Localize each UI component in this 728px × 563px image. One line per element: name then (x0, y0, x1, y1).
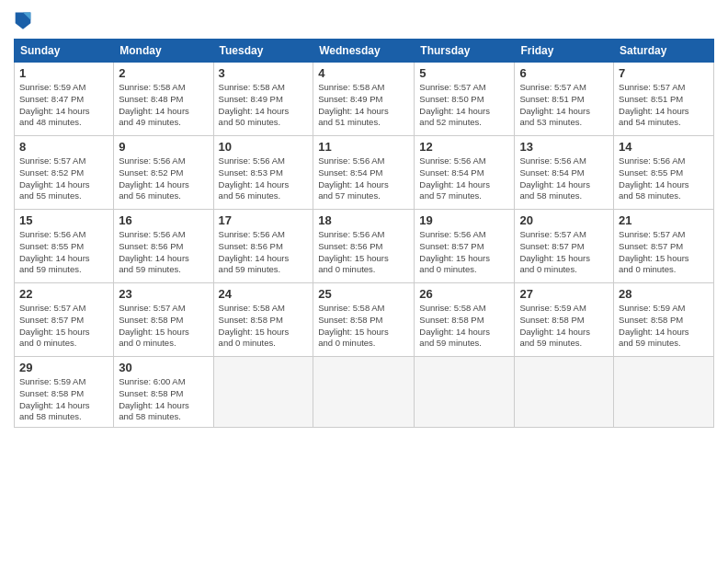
day-number: 8 (19, 140, 108, 154)
day-number: 9 (119, 140, 208, 154)
week-row-2: 8Sunrise: 5:57 AM Sunset: 8:52 PM Daylig… (15, 136, 714, 210)
logo-icon (14, 9, 32, 29)
calendar-cell: 14Sunrise: 5:56 AM Sunset: 8:55 PM Dayli… (614, 136, 714, 210)
day-info: Sunrise: 5:57 AM Sunset: 8:58 PM Dayligh… (119, 303, 208, 350)
weekday-header-row: SundayMondayTuesdayWednesdayThursdayFrid… (15, 40, 714, 63)
calendar-cell: 16Sunrise: 5:56 AM Sunset: 8:56 PM Dayli… (114, 210, 213, 283)
day-info: Sunrise: 5:56 AM Sunset: 8:56 PM Dayligh… (318, 229, 409, 276)
page: SundayMondayTuesdayWednesdayThursdayFrid… (0, 0, 728, 563)
day-number: 23 (119, 287, 208, 301)
day-number: 28 (619, 287, 709, 301)
day-info: Sunrise: 5:57 AM Sunset: 8:50 PM Dayligh… (419, 82, 509, 129)
calendar-cell (415, 357, 515, 428)
day-info: Sunrise: 5:59 AM Sunset: 8:47 PM Dayligh… (19, 82, 108, 129)
day-number: 3 (219, 66, 309, 80)
calendar-cell: 10Sunrise: 5:56 AM Sunset: 8:53 PM Dayli… (213, 136, 313, 210)
day-info: Sunrise: 5:57 AM Sunset: 8:57 PM Dayligh… (19, 303, 108, 350)
week-row-5: 29Sunrise: 5:59 AM Sunset: 8:58 PM Dayli… (15, 357, 714, 428)
calendar-cell: 6Sunrise: 5:57 AM Sunset: 8:51 PM Daylig… (515, 63, 614, 136)
day-info: Sunrise: 5:57 AM Sunset: 8:52 PM Dayligh… (19, 155, 108, 202)
day-number: 25 (318, 287, 409, 301)
day-info: Sunrise: 5:56 AM Sunset: 8:52 PM Dayligh… (119, 155, 208, 202)
calendar-cell: 1Sunrise: 5:59 AM Sunset: 8:47 PM Daylig… (15, 63, 114, 136)
day-info: Sunrise: 5:58 AM Sunset: 8:58 PM Dayligh… (318, 303, 409, 350)
calendar-cell: 17Sunrise: 5:56 AM Sunset: 8:56 PM Dayli… (213, 210, 313, 283)
day-info: Sunrise: 5:56 AM Sunset: 8:55 PM Dayligh… (19, 229, 108, 276)
day-number: 5 (419, 66, 509, 80)
weekday-saturday: Saturday (614, 40, 714, 63)
day-info: Sunrise: 5:57 AM Sunset: 8:57 PM Dayligh… (619, 229, 709, 276)
calendar-cell (213, 357, 313, 428)
day-number: 26 (419, 287, 509, 301)
day-info: Sunrise: 5:58 AM Sunset: 8:49 PM Dayligh… (219, 82, 309, 129)
day-info: Sunrise: 5:59 AM Sunset: 8:58 PM Dayligh… (19, 376, 108, 423)
day-info: Sunrise: 5:57 AM Sunset: 8:57 PM Dayligh… (519, 229, 609, 276)
calendar: SundayMondayTuesdayWednesdayThursdayFrid… (14, 39, 714, 428)
day-info: Sunrise: 5:58 AM Sunset: 8:48 PM Dayligh… (119, 82, 208, 129)
calendar-cell: 28Sunrise: 5:59 AM Sunset: 8:58 PM Dayli… (614, 283, 714, 357)
day-info: Sunrise: 5:56 AM Sunset: 8:53 PM Dayligh… (219, 155, 309, 202)
calendar-cell: 13Sunrise: 5:56 AM Sunset: 8:54 PM Dayli… (515, 136, 614, 210)
calendar-cell: 22Sunrise: 5:57 AM Sunset: 8:57 PM Dayli… (15, 283, 114, 357)
week-row-4: 22Sunrise: 5:57 AM Sunset: 8:57 PM Dayli… (15, 283, 714, 357)
calendar-cell: 7Sunrise: 5:57 AM Sunset: 8:51 PM Daylig… (614, 63, 714, 136)
day-number: 6 (519, 66, 609, 80)
weekday-wednesday: Wednesday (313, 40, 415, 63)
day-number: 24 (219, 287, 309, 301)
day-number: 4 (318, 66, 409, 80)
day-info: Sunrise: 6:00 AM Sunset: 8:58 PM Dayligh… (119, 376, 208, 423)
day-number: 16 (119, 213, 208, 227)
day-info: Sunrise: 5:56 AM Sunset: 8:56 PM Dayligh… (119, 229, 208, 276)
day-info: Sunrise: 5:56 AM Sunset: 8:54 PM Dayligh… (519, 155, 609, 202)
calendar-cell: 12Sunrise: 5:56 AM Sunset: 8:54 PM Dayli… (415, 136, 515, 210)
day-info: Sunrise: 5:57 AM Sunset: 8:51 PM Dayligh… (619, 82, 709, 129)
day-info: Sunrise: 5:58 AM Sunset: 8:58 PM Dayligh… (419, 303, 509, 350)
day-number: 18 (318, 213, 409, 227)
calendar-cell: 29Sunrise: 5:59 AM Sunset: 8:58 PM Dayli… (15, 357, 114, 428)
day-number: 22 (19, 287, 108, 301)
day-info: Sunrise: 5:58 AM Sunset: 8:49 PM Dayligh… (318, 82, 409, 129)
day-info: Sunrise: 5:58 AM Sunset: 8:58 PM Dayligh… (219, 303, 309, 350)
day-number: 30 (119, 361, 208, 374)
calendar-cell: 26Sunrise: 5:58 AM Sunset: 8:58 PM Dayli… (415, 283, 515, 357)
calendar-cell (313, 357, 415, 428)
day-info: Sunrise: 5:56 AM Sunset: 8:54 PM Dayligh… (419, 155, 509, 202)
day-info: Sunrise: 5:59 AM Sunset: 8:58 PM Dayligh… (519, 303, 609, 350)
day-number: 27 (519, 287, 609, 301)
calendar-cell: 8Sunrise: 5:57 AM Sunset: 8:52 PM Daylig… (15, 136, 114, 210)
day-info: Sunrise: 5:57 AM Sunset: 8:51 PM Dayligh… (519, 82, 609, 129)
calendar-cell (614, 357, 714, 428)
calendar-cell: 4Sunrise: 5:58 AM Sunset: 8:49 PM Daylig… (313, 63, 415, 136)
calendar-cell: 27Sunrise: 5:59 AM Sunset: 8:58 PM Dayli… (515, 283, 614, 357)
calendar-cell: 21Sunrise: 5:57 AM Sunset: 8:57 PM Dayli… (614, 210, 714, 283)
calendar-cell: 19Sunrise: 5:56 AM Sunset: 8:57 PM Dayli… (415, 210, 515, 283)
day-info: Sunrise: 5:59 AM Sunset: 8:58 PM Dayligh… (619, 303, 709, 350)
weekday-thursday: Thursday (415, 40, 515, 63)
day-number: 2 (119, 66, 208, 80)
day-number: 21 (619, 213, 709, 227)
day-number: 19 (419, 213, 509, 227)
day-number: 20 (519, 213, 609, 227)
weekday-monday: Monday (114, 40, 213, 63)
calendar-cell: 3Sunrise: 5:58 AM Sunset: 8:49 PM Daylig… (213, 63, 313, 136)
day-number: 7 (619, 66, 709, 80)
day-number: 17 (219, 213, 309, 227)
day-number: 14 (619, 140, 709, 154)
calendar-cell: 2Sunrise: 5:58 AM Sunset: 8:48 PM Daylig… (114, 63, 213, 136)
day-number: 1 (19, 66, 108, 80)
week-row-3: 15Sunrise: 5:56 AM Sunset: 8:55 PM Dayli… (15, 210, 714, 283)
day-number: 11 (318, 140, 409, 154)
calendar-cell: 25Sunrise: 5:58 AM Sunset: 8:58 PM Dayli… (313, 283, 415, 357)
weekday-sunday: Sunday (15, 40, 114, 63)
day-info: Sunrise: 5:56 AM Sunset: 8:55 PM Dayligh… (619, 155, 709, 202)
weekday-friday: Friday (515, 40, 614, 63)
day-info: Sunrise: 5:56 AM Sunset: 8:56 PM Dayligh… (219, 229, 309, 276)
day-number: 13 (519, 140, 609, 154)
calendar-cell: 24Sunrise: 5:58 AM Sunset: 8:58 PM Dayli… (213, 283, 313, 357)
day-number: 12 (419, 140, 509, 154)
day-info: Sunrise: 5:56 AM Sunset: 8:54 PM Dayligh… (318, 155, 409, 202)
weekday-tuesday: Tuesday (213, 40, 313, 63)
header (14, 9, 714, 33)
calendar-cell: 30Sunrise: 6:00 AM Sunset: 8:58 PM Dayli… (114, 357, 213, 428)
day-number: 10 (219, 140, 309, 154)
